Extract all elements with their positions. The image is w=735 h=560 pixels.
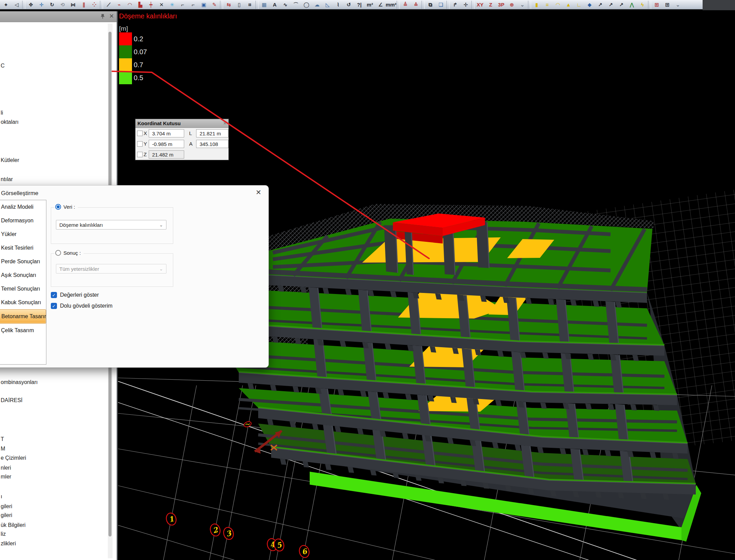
- globe-ucs-icon[interactable]: ⊕: [506, 0, 517, 9]
- coordinate-lock-checkbox[interactable]: [137, 152, 143, 157]
- spectrum-chart-icon[interactable]: ⋀: [627, 0, 637, 9]
- coordinate-lock-checkbox[interactable]: [137, 131, 143, 136]
- dialog-nav-item[interactable]: Deformasyon: [0, 214, 46, 227]
- close-icon[interactable]: ✕: [223, 119, 227, 128]
- checkbox-checked-icon[interactable]: ✓: [51, 303, 57, 309]
- dialog-nav-item[interactable]: Yükler: [0, 227, 46, 241]
- xy-plane-icon[interactable]: XY: [475, 0, 485, 9]
- sidebar-item[interactable]: ombinasyonları: [1, 379, 38, 387]
- sidebar-item[interactable]: gileri: [1, 503, 12, 511]
- sidebar-item[interactable]: T: [1, 436, 4, 444]
- trim-icon[interactable]: ⟋: [103, 0, 114, 9]
- move-icon[interactable]: ✛: [36, 0, 47, 9]
- sidebar-item[interactable]: mler: [1, 474, 11, 481]
- sonuc-dropdown[interactable]: Tüm yetersizlikler ⌄: [56, 264, 166, 274]
- dialog-nav-item[interactable]: Perde Sonuçları: [0, 255, 46, 268]
- coordinate-extra-field[interactable]: 345.108: [196, 140, 229, 148]
- overflow-chevron-icon[interactable]: ⌄: [517, 0, 528, 9]
- circle-icon[interactable]: ◯: [301, 0, 312, 9]
- sidebar-item[interactable]: ntılar: [1, 176, 13, 184]
- overflow-chevron2-icon[interactable]: ⌄: [673, 0, 683, 9]
- toolbar-icon[interactable]: [100, 1, 103, 9]
- sidebar-item[interactable]: M: [1, 446, 5, 453]
- toolbar-icon[interactable]: [397, 1, 400, 9]
- image-icon[interactable]: ▦: [259, 0, 269, 9]
- toolbar-icon[interactable]: [220, 1, 223, 9]
- text-icon[interactable]: A: [269, 0, 280, 9]
- compass-select-icon[interactable]: ⌖: [1, 0, 11, 9]
- sidebar-item[interactable]: ı: [1, 493, 2, 501]
- sidebar-item[interactable]: li: [1, 110, 3, 117]
- lightning-icon[interactable]: ϟ: [637, 0, 648, 9]
- polyline-icon[interactable]: ∿: [280, 0, 291, 9]
- level-marker-icon[interactable]: ≜: [400, 0, 411, 9]
- toolbar-icon[interactable]: [422, 1, 425, 9]
- mirror-icon[interactable]: ⋈: [68, 0, 78, 9]
- coordinate-extra-field[interactable]: 21.821 m: [196, 129, 229, 137]
- coordinate-value-field[interactable]: 21.482 m: [149, 150, 184, 159]
- curve-query-icon[interactable]: ↗: [616, 0, 627, 9]
- dialog-nav-item[interactable]: Betonarme Tasarım: [0, 309, 46, 324]
- sheet-icon[interactable]: ▯: [234, 0, 245, 9]
- toolbar-icon[interactable]: [648, 1, 651, 9]
- curve-p-icon[interactable]: ↗: [605, 0, 616, 9]
- sidebar-item[interactable]: C: [1, 63, 5, 70]
- dome-icon[interactable]: ◠: [553, 0, 563, 9]
- 3-point-icon[interactable]: 3P: [496, 0, 506, 9]
- dialog-nav-item[interactable]: Kabuk Sonuçları: [0, 296, 46, 309]
- polygon-slab-icon[interactable]: ◆: [584, 0, 595, 9]
- rotate-icon[interactable]: ↻: [47, 0, 57, 9]
- table-grid-icon[interactable]: ⊞: [662, 0, 673, 9]
- extend-icon[interactable]: ⌁: [114, 0, 124, 9]
- pin-icon[interactable]: [100, 14, 105, 19]
- grid-icon[interactable]: ⌗: [245, 0, 255, 9]
- array-icon[interactable]: ⁘: [89, 0, 100, 9]
- dimension-icon[interactable]: ⇆: [223, 0, 234, 9]
- region-icon[interactable]: ▣: [199, 0, 209, 9]
- coordinate-box-title[interactable]: Koordinat Kutusu ✕: [135, 119, 229, 128]
- close-icon[interactable]: ✕: [254, 188, 263, 196]
- area-m2-icon[interactable]: m²: [365, 0, 375, 9]
- axes-icon[interactable]: ✢: [460, 0, 471, 9]
- veri-dropdown[interactable]: Döşeme kalınlıkları ⌄: [56, 220, 166, 230]
- grid-gear-icon[interactable]: ⊞: [651, 0, 662, 9]
- rotate-base-icon[interactable]: ⟲: [57, 0, 68, 9]
- toolbar-icon[interactable]: [446, 1, 450, 9]
- z-axis-icon[interactable]: Z: [485, 0, 496, 9]
- angle-query-icon[interactable]: ∠: [375, 0, 386, 9]
- corner-fillet-icon[interactable]: ⌐: [188, 0, 199, 9]
- level-ground-icon[interactable]: ≙: [411, 0, 421, 9]
- coordinate-lock-checkbox[interactable]: [137, 141, 143, 147]
- column-icon[interactable]: ▮: [531, 0, 542, 9]
- sidebar-item[interactable]: DAİRESİ: [1, 397, 23, 405]
- sidebar-item[interactable]: zlikleri: [1, 541, 16, 548]
- dialog-nav-item[interactable]: Aşık Sonuçları: [0, 268, 46, 282]
- angle-profile-icon[interactable]: ∟: [574, 0, 584, 9]
- close-icon[interactable]: ✕: [108, 13, 115, 20]
- dialog-nav-item[interactable]: Temel Sonuçları: [0, 282, 46, 296]
- sidebar-item[interactable]: liz: [1, 531, 6, 539]
- sidebar-item[interactable]: e Çizimleri: [1, 455, 26, 462]
- toolbar-icon[interactable]: [255, 1, 259, 9]
- stairs-icon[interactable]: ≡: [542, 0, 553, 9]
- veri-radio[interactable]: [55, 204, 61, 210]
- sidebar-item[interactable]: nleri: [1, 465, 11, 472]
- layout-window-icon[interactable]: ❏: [436, 0, 446, 9]
- ucs-turn-icon[interactable]: ↱: [450, 0, 460, 9]
- revision-cloud-icon[interactable]: ☁: [312, 0, 322, 9]
- measure-wall-icon[interactable]: ?|: [354, 0, 365, 9]
- toolbar-icon[interactable]: [528, 1, 531, 9]
- pan-icon[interactable]: ✥: [26, 0, 36, 9]
- sidebar-item[interactable]: oktaları: [1, 119, 18, 127]
- snap-node-icon[interactable]: ✳: [167, 0, 177, 9]
- slope-icon[interactable]: ◺: [322, 0, 333, 9]
- sidebar-item[interactable]: ük Bilgileri: [1, 522, 26, 530]
- copy-page-icon[interactable]: ⧉: [425, 0, 436, 9]
- checkbox-checked-icon[interactable]: ✓: [51, 292, 57, 298]
- match-properties-icon[interactable]: ✎: [209, 0, 220, 9]
- explode-icon[interactable]: ✕: [156, 0, 167, 9]
- back-select-icon[interactable]: ◁: [11, 0, 22, 9]
- area-mm2-icon[interactable]: mm²: [386, 0, 396, 9]
- bell-support-icon[interactable]: ▲: [563, 0, 574, 9]
- dialog-nav-item[interactable]: Kesit Tesirleri: [0, 241, 46, 255]
